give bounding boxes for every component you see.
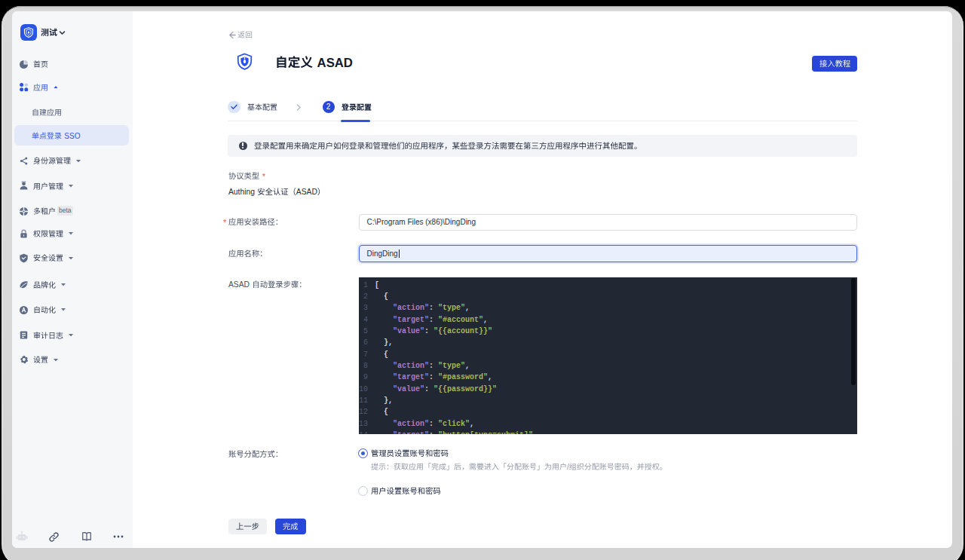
svg-text:ASAD: ASAD	[228, 280, 250, 289]
svg-text:SSO: SSO	[64, 132, 80, 140]
svg-text:ASAD: ASAD	[317, 55, 353, 69]
svg-text:/: /	[567, 462, 569, 470]
svg-text:Authing: Authing	[228, 188, 255, 196]
svg-text:ASAD: ASAD	[296, 188, 317, 196]
